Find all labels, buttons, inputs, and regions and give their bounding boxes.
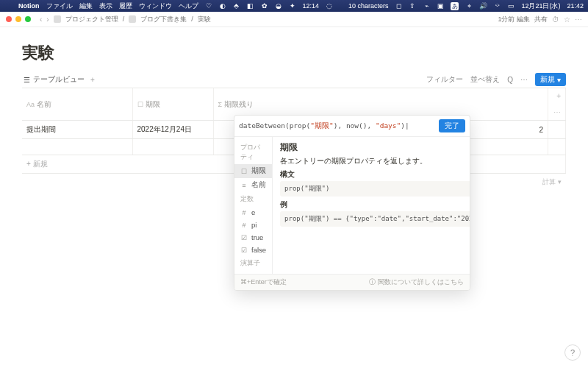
- date-icon: ☐: [240, 168, 248, 175]
- macos-menubar: Notion ファイル 編集 表示 履歴 ウィンドウ ヘルプ ♡ ◐ ⬘ ◧ ✿…: [0, 0, 588, 12]
- record-icon[interactable]: ◌: [326, 2, 333, 10]
- tab-table-view[interactable]: ☰ テーブルビュー: [22, 71, 86, 88]
- more-icon[interactable]: ⋯: [575, 15, 582, 24]
- shield-icon[interactable]: ♡: [205, 2, 212, 10]
- const-item-pi[interactable]: #pi: [234, 219, 272, 231]
- minimize-icon[interactable]: [15, 16, 21, 22]
- menu-help[interactable]: ヘルプ: [179, 1, 198, 11]
- nav-forward-icon[interactable]: ›: [46, 15, 49, 24]
- checkbox-icon: ☑: [240, 234, 248, 241]
- breadcrumb-2[interactable]: ブログ下書き集: [140, 15, 187, 24]
- share-button[interactable]: 共有: [534, 15, 548, 24]
- battery-icon[interactable]: ▭: [507, 2, 514, 10]
- filter-button[interactable]: フィルター: [426, 74, 463, 85]
- doc-example-label: 例: [280, 200, 470, 210]
- cell-deadline[interactable]: 2022年12月24日: [132, 121, 213, 139]
- app-icon-2[interactable]: ◒: [275, 2, 282, 10]
- suggestion-list: プロパティ ☐期限 ≡名前 定数 #e #pi ☑true ☑false 演算子: [234, 137, 273, 274]
- doc-description: 各エントリーの期限プロパティを返します。: [280, 157, 470, 166]
- keyboard-hint: ⌘+Enterで確定: [240, 277, 287, 287]
- formula-code[interactable]: dateBetween(prop("期限"), now(), "days")|: [239, 121, 434, 131]
- checkbox-icon: ☑: [240, 247, 248, 254]
- tray-icon-4[interactable]: ▣: [437, 2, 444, 10]
- page-title[interactable]: 実験: [22, 42, 566, 64]
- const-item-true[interactable]: ☑true: [234, 231, 272, 244]
- menu-file[interactable]: ファイル: [46, 1, 73, 11]
- doc-syntax-code: prop("期限"): [280, 181, 470, 197]
- add-column-button[interactable]: + ⋯: [548, 88, 566, 121]
- popup-footer: ⌘+Enterで確定 ⓘ 関数について詳しくはこちら: [234, 274, 470, 290]
- section-operators: 演算子: [234, 256, 272, 270]
- dropbox-icon[interactable]: ⬘: [233, 2, 240, 10]
- sort-button[interactable]: 並べ替え: [470, 74, 500, 85]
- status-icon-1[interactable]: ◐: [219, 2, 226, 10]
- col-name[interactable]: Aa名前: [22, 88, 132, 121]
- view-more-icon[interactable]: ⋯: [520, 76, 528, 84]
- tray-time: 12:14: [303, 2, 320, 10]
- tray-icon-1[interactable]: ◻: [395, 2, 402, 10]
- bluetooth-icon[interactable]: ⌖: [465, 2, 473, 10]
- number-icon: #: [240, 222, 248, 229]
- app-icon-1[interactable]: ◧: [247, 2, 254, 10]
- menu-edit[interactable]: 編集: [79, 1, 93, 11]
- ime-status[interactable]: 10 characters: [348, 2, 389, 10]
- tray-icon-2[interactable]: ⇪: [409, 2, 416, 10]
- wifi-icon[interactable]: ⌔: [493, 2, 501, 10]
- nav-back-icon[interactable]: ‹: [40, 15, 42, 24]
- title-icon: Aa: [26, 101, 35, 108]
- doc-syntax-label: 構文: [280, 170, 470, 180]
- window-traffic-lights[interactable]: [6, 16, 31, 22]
- table-icon: ☰: [24, 76, 30, 84]
- menubar-clock[interactable]: 21:42: [567, 2, 584, 10]
- clover-icon[interactable]: ✿: [261, 2, 268, 10]
- search-icon[interactable]: Q: [507, 76, 513, 84]
- cell-name[interactable]: 提出期間: [22, 121, 132, 139]
- help-link[interactable]: ⓘ 関数について詳しくはこちら: [369, 277, 464, 287]
- tab-label: テーブルビュー: [33, 74, 85, 85]
- maximize-icon[interactable]: [25, 16, 31, 22]
- volume-icon[interactable]: 🔊: [479, 2, 487, 10]
- const-item-false[interactable]: ☑false: [234, 244, 272, 256]
- breadcrumb-sep: /: [191, 15, 193, 23]
- doc-panel: 期限 各エントリーの期限プロパティを返します。 構文 prop("期限") 例 …: [273, 137, 470, 274]
- page-icon: [54, 15, 61, 23]
- number-icon: #: [240, 209, 248, 216]
- section-properties: プロパティ: [234, 141, 272, 164]
- menu-history[interactable]: 履歴: [119, 1, 132, 11]
- breadcrumb-1[interactable]: プロジェクト管理: [65, 15, 118, 24]
- tray-icon-3[interactable]: ⌁: [423, 2, 430, 10]
- window-titlebar: ‹ › プロジェクト管理 / ブログ下書き集 / 実験 1分前 編集 共有 ⏱ …: [0, 12, 588, 27]
- edit-status: 1分前 編集: [498, 15, 530, 24]
- new-button[interactable]: 新規▾: [535, 73, 566, 86]
- ime-icon[interactable]: あ: [451, 2, 459, 10]
- menu-view[interactable]: 表示: [99, 1, 112, 11]
- section-constants: 定数: [234, 192, 272, 206]
- breadcrumb-sep: /: [123, 15, 125, 23]
- formula-icon: Σ: [218, 101, 223, 108]
- app-icon-3[interactable]: ✦: [289, 2, 296, 10]
- menubar-date[interactable]: 12月21日(水): [521, 1, 560, 11]
- formula-editor-popup: dateBetween(prop("期限"), now(), "days")| …: [234, 115, 470, 291]
- doc-example-code: prop("期限") == {"type":"date","start_date…: [280, 211, 470, 227]
- breadcrumb-3[interactable]: 実験: [198, 15, 211, 24]
- page-icon: [129, 15, 136, 23]
- favorite-icon[interactable]: ☆: [564, 15, 570, 24]
- updates-icon[interactable]: ⏱: [552, 15, 559, 24]
- menu-window[interactable]: ウィンドウ: [139, 1, 172, 11]
- col-deadline[interactable]: ☐期限: [132, 88, 213, 121]
- title-icon: ≡: [240, 182, 248, 189]
- prop-item-deadline[interactable]: ☐期限: [234, 164, 272, 178]
- prop-item-name[interactable]: ≡名前: [234, 178, 272, 192]
- const-item-e[interactable]: #e: [234, 206, 272, 219]
- chevron-down-icon: ▾: [557, 76, 561, 84]
- close-icon[interactable]: [6, 16, 12, 22]
- app-name[interactable]: Notion: [18, 2, 40, 10]
- view-tabs: ☰ テーブルビュー + フィルター 並べ替え Q ⋯ 新規▾: [22, 71, 566, 88]
- apple-icon[interactable]: [4, 2, 12, 10]
- date-icon: ☐: [137, 101, 143, 108]
- done-button[interactable]: 完了: [439, 119, 465, 132]
- help-fab-button[interactable]: ?: [564, 344, 581, 361]
- formula-input-bar[interactable]: dateBetween(prop("期限"), now(), "days")| …: [234, 116, 470, 137]
- add-view-button[interactable]: +: [86, 76, 99, 84]
- notion-window: ‹ › プロジェクト管理 / ブログ下書き集 / 実験 1分前 編集 共有 ⏱ …: [0, 12, 588, 368]
